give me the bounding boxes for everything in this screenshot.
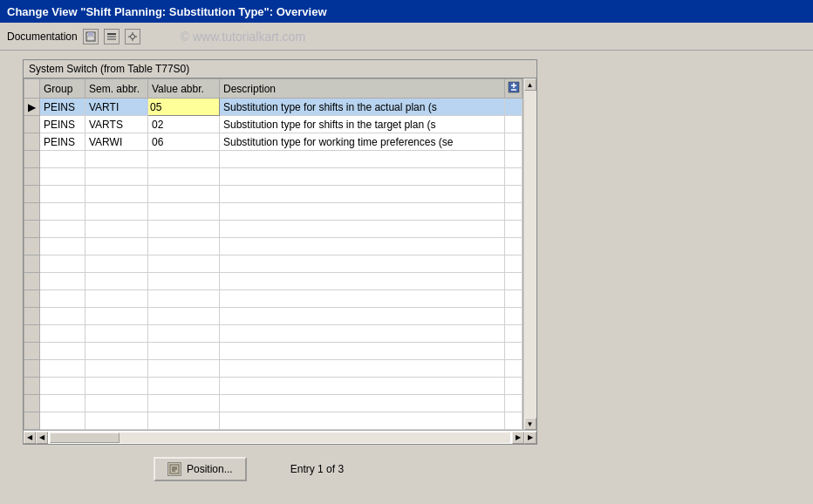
table-row-empty: [24, 395, 523, 412]
svg-rect-5: [107, 38, 116, 40]
col-group-header: Group: [40, 79, 85, 99]
settings-icon[interactable]: [125, 29, 140, 44]
cell-ctrl-2: [505, 116, 523, 133]
cell-group-1[interactable]: PEINS: [40, 99, 85, 116]
svg-rect-3: [107, 33, 116, 35]
col-val-header: Value abbr.: [148, 79, 220, 99]
table-row-empty: [24, 325, 523, 343]
scroll-left-button[interactable]: ◀: [24, 432, 36, 444]
table-row-empty: [24, 412, 523, 430]
system-switch-label: System Switch (from Table T77S0): [24, 60, 536, 78]
title-text: Change View "Shift Planning: Substitutio…: [7, 5, 327, 18]
cell-desc-1[interactable]: Substitution type for shifts in the actu…: [220, 99, 505, 116]
col-ctrl-header[interactable]: [505, 79, 523, 99]
row-indicator: [24, 133, 40, 151]
cell-sem-3[interactable]: VARWI: [85, 133, 148, 151]
cell-group-2[interactable]: PEINS: [40, 116, 85, 133]
cell-ctrl-3: [505, 133, 523, 151]
watermark: © www.tutorialkart.com: [181, 30, 305, 44]
scroll-right-button[interactable]: ▶: [512, 432, 524, 444]
scroll-left-2-button[interactable]: ◀: [36, 432, 48, 444]
table-row-empty: [24, 378, 523, 395]
table-row-empty: [24, 221, 523, 238]
table-row-empty: [24, 273, 523, 290]
position-button[interactable]: Position...: [154, 457, 247, 481]
table-row[interactable]: ▶ PEINS VARTI 05 Substitution type for s…: [24, 99, 523, 116]
cell-val-2[interactable]: 02: [148, 116, 220, 133]
table-row-empty: [24, 186, 523, 203]
table-row-empty: [24, 203, 523, 221]
entry-info: Entry 1 of 3: [290, 463, 344, 475]
svg-rect-1: [88, 32, 93, 36]
table-row-empty: [24, 360, 523, 378]
cell-sem-2[interactable]: VARTS: [85, 116, 148, 133]
bottom-area: Position... Entry 1 of 3: [154, 457, 799, 481]
table-row-empty: [24, 343, 523, 360]
h-scroll-thumb[interactable]: [50, 432, 120, 443]
table-row-empty: [24, 290, 523, 308]
cell-desc-3[interactable]: Substitution type for working time prefe…: [220, 133, 505, 151]
layout-icon[interactable]: [104, 29, 120, 44]
scroll-up-button[interactable]: ▲: [524, 78, 536, 91]
table-row-empty: [24, 238, 523, 255]
scroll-down-button[interactable]: ▼: [524, 418, 536, 430]
h-scroll-track: [50, 432, 510, 443]
save-icon[interactable]: [83, 29, 99, 44]
scroll-track: [524, 91, 536, 418]
scroll-right-2-button[interactable]: ▶: [524, 432, 536, 444]
col-indicator: [24, 79, 40, 99]
cell-group-3[interactable]: PEINS: [40, 133, 85, 151]
svg-point-6: [130, 34, 134, 38]
svg-rect-4: [107, 36, 116, 37]
table-row-empty: [24, 255, 523, 273]
cell-sem-1[interactable]: VARTI: [85, 99, 148, 116]
row-indicator: [24, 116, 40, 133]
position-icon: [167, 462, 181, 476]
cell-val-1[interactable]: 05: [148, 99, 220, 116]
table-row-empty: [24, 308, 523, 325]
cell-desc-2[interactable]: Substitution type for shifts in the targ…: [220, 116, 505, 133]
vertical-scrollbar[interactable]: ▲ ▼: [523, 78, 536, 430]
table-row[interactable]: PEINS VARWI 06 Substitution type for wor…: [24, 133, 523, 151]
table-row[interactable]: PEINS VARTS 02 Substitution type for shi…: [24, 116, 523, 133]
row-indicator: ▶: [24, 99, 40, 116]
col-sem-header: Sem. abbr.: [85, 79, 148, 99]
horizontal-scrollbar[interactable]: ◀ ◀ ▶ ▶: [24, 430, 536, 444]
title-bar: Change View "Shift Planning: Substitutio…: [0, 0, 813, 23]
table-row-empty: [24, 168, 523, 186]
cell-val-3[interactable]: 06: [148, 133, 220, 151]
table-row-empty: [24, 151, 523, 168]
table-container: System Switch (from Table T77S0) Group S…: [23, 59, 537, 445]
documentation-label: Documentation: [7, 31, 78, 43]
position-button-label: Position...: [187, 463, 233, 475]
cell-ctrl-1: [505, 99, 523, 116]
toolbar: Documentation © www.tutorialkart.com: [0, 23, 813, 51]
col-desc-header: Description: [220, 79, 505, 99]
svg-rect-2: [87, 37, 94, 40]
